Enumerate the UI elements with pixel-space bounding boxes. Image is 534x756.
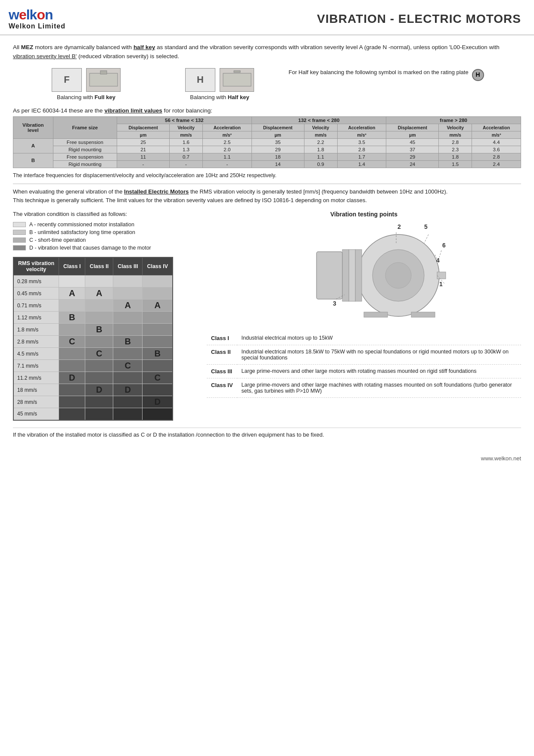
half-key-shaft-icon (220, 68, 254, 92)
rms-class-cell: A (59, 287, 85, 300)
rms-class-cell (113, 275, 143, 287)
iec-limit-table: Vibrationlevel Frame size 56 < frame < 1… (13, 116, 521, 168)
rms-class-cell (59, 348, 85, 360)
iec-value: 1.1 (202, 153, 251, 160)
iec-value: 2.8 (472, 153, 521, 160)
iec-value: - (202, 160, 251, 168)
rms-class-cell (113, 324, 143, 336)
lower-right: Vibration testing points (207, 211, 521, 421)
logo: welkon (9, 8, 53, 22)
intro-paragraph: All MEZ motors are dynamically balanced … (13, 43, 521, 61)
rms-class-cell: B (85, 324, 113, 336)
th-disp-unit2: µm (251, 131, 304, 138)
legend-label-a: A - recently commissioned motor installa… (29, 222, 134, 228)
rms-header-velocity: RMS vibrationvelocity (13, 257, 59, 275)
class-desc: Large prime-movers and other large machi… (237, 378, 521, 398)
svg-rect-0 (90, 73, 118, 86)
th-disp3: Displacement (386, 124, 439, 131)
th-range2: 132 < frame < 280 (251, 116, 386, 124)
rms-class-cell (85, 312, 113, 324)
class-label: Class I (207, 331, 237, 345)
iec-value: 29 (386, 153, 439, 160)
rms-class-cell: D (113, 384, 143, 396)
class-label: Class II (207, 345, 237, 365)
footer-note: If the vibration of the installed motor … (13, 428, 521, 438)
rms-class-cell: B (59, 312, 85, 324)
page-title: VIBRATION - ELECTRIC MOTORS (95, 12, 521, 26)
rms-class-cell: D (59, 372, 85, 384)
full-key-rotor-icon: F (52, 68, 82, 92)
logo-letter-o: o (37, 7, 45, 22)
rms-class-cell (143, 275, 173, 287)
svg-line-18 (424, 234, 428, 243)
th-disp-unit3: µm (386, 131, 439, 138)
rms-class-cell (143, 312, 173, 324)
rms-table-row: 1.12 mm/sB (13, 312, 173, 324)
rms-class-cell (113, 372, 143, 384)
th-vel1: Velocity (170, 124, 203, 131)
rms-class-cell (143, 336, 173, 348)
rms-velocity-cell: 45 mm/s (13, 408, 59, 420)
rms-class-cell (85, 300, 113, 312)
iec-value: 2.2 (304, 138, 337, 146)
class-desc-row: Class IIIndustrial electrical motors 18.… (207, 345, 521, 365)
iec-value: 1.6 (170, 138, 203, 146)
vtp-point-1: 1 (439, 281, 443, 287)
logo-letter-l: l (26, 7, 30, 22)
vtp-point-3: 3 (333, 300, 336, 307)
legend-item-b: B - unlimited satisfactory long time ope… (13, 229, 198, 235)
vtp-point-6: 6 (442, 242, 446, 249)
rms-class-cell: C (113, 360, 143, 372)
rms-table-row: 28 mm/sD (13, 396, 173, 408)
th-acc-unit1: m/s² (202, 131, 251, 138)
legend-box-b (13, 230, 26, 235)
half-key-rotor-icon: H (185, 68, 215, 92)
rms-table-row: 45 mm/s (13, 408, 173, 420)
logo-letter-n: n (45, 7, 53, 22)
class-desc-row: Class IIILarge prime-movers and other la… (207, 365, 521, 378)
th-acc-unit3: m/s² (472, 131, 521, 138)
lower-section: The vibration condition is classified as… (13, 211, 521, 421)
rms-velocity-cell: 28 mm/s (13, 396, 59, 408)
svg-rect-10 (342, 250, 349, 301)
rms-class-cell: C (143, 372, 173, 384)
iec-value: 25 (117, 138, 170, 146)
iec-mounting: Free suspension (53, 153, 117, 160)
rms-class-cell: A (113, 300, 143, 312)
rms-class-cell (143, 324, 173, 336)
rms-class-cell (143, 408, 173, 420)
iec-value: - (170, 160, 203, 168)
legend-item-d: D - vibration level that causes damage t… (13, 245, 198, 251)
iec-value: 35 (251, 138, 304, 146)
rms-table-row: 0.71 mm/sAA (13, 300, 173, 312)
balancing-center: H Balancing with Half key (159, 68, 280, 100)
rms-velocity-cell: 4.5 mm/s (13, 348, 59, 360)
svg-rect-7 (437, 272, 446, 279)
th-disp-unit1: µm (117, 131, 170, 138)
rms-class-cell (113, 287, 143, 300)
iec-value: 21 (117, 146, 170, 153)
rms-class-cell (59, 360, 85, 372)
svg-rect-9 (349, 250, 355, 301)
iec-value: 0.7 (170, 153, 203, 160)
balancing-half-key-label: Balancing with Half key (190, 94, 249, 100)
rms-class-cell: C (85, 348, 113, 360)
class-label: Class IV (207, 378, 237, 398)
legend-box-a (13, 222, 26, 227)
class-description-table: Class IIndustrial electrical motors up t… (207, 331, 521, 398)
iec-value: 2.5 (202, 138, 251, 146)
legend-item-c: C - short-time operation (13, 237, 198, 243)
general-vib-section: When evaluating the general vibration of… (13, 187, 521, 205)
rms-table-row: 2.8 mm/sCB (13, 336, 173, 348)
rms-velocity-cell: 0.28 mm/s (13, 275, 59, 287)
rms-class-cell (143, 360, 173, 372)
iec-value: 14 (251, 160, 304, 168)
iec-value: 2.4 (472, 160, 521, 168)
th-acc1: Acceleration (202, 124, 251, 131)
iec-table-row: Rigid mounting---140.91.4241.52.4 (13, 160, 521, 168)
th-vel3: Velocity (439, 124, 472, 131)
iec-value: 29 (251, 146, 304, 153)
rms-table-row: 1.8 mm/sB (13, 324, 173, 336)
th-disp1: Displacement (117, 124, 170, 131)
iec-value: 1.3 (170, 146, 203, 153)
